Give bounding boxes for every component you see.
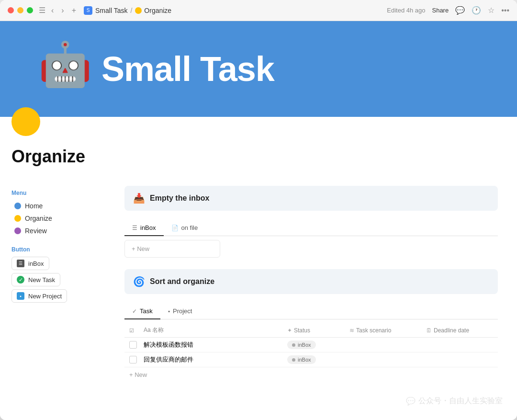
traffic-lights (8, 7, 33, 13)
row2-status-text: inBox (298, 357, 311, 363)
inbox-section-title: Empty the inbox (150, 194, 209, 203)
wechat-icon: 💬 (406, 397, 416, 406)
row1-check[interactable] (129, 341, 144, 349)
close-button[interactable] (8, 7, 14, 13)
page-content: Menu Home Organize Review Button (0, 176, 517, 420)
row2-checkbox[interactable] (129, 356, 137, 363)
inbox-new-button[interactable]: + New (124, 240, 220, 258)
row1-badge-dot (292, 343, 295, 347)
row2-name-text: 回复供应商的邮件 (144, 355, 193, 364)
new-tab-button[interactable]: + (70, 5, 78, 16)
menu-label: Menu (11, 190, 103, 196)
project-tab-icon: ▪ (168, 308, 170, 315)
inbox-tab-icon: ☰ (132, 225, 137, 231)
section-card-inbox: 📥 Empty the inbox (124, 186, 498, 211)
minimize-button[interactable] (17, 7, 23, 13)
page-title: Organize (11, 147, 506, 167)
header-scenario-col: ≋ Task scenario (349, 327, 426, 334)
breadcrumb: S Small Task / Organize (84, 6, 171, 15)
breadcrumb-separator: / (130, 7, 132, 14)
row1-name: 解决模板函数报错 (144, 341, 287, 349)
header-check-col: ☑ (129, 327, 144, 334)
watermark: 💬 公众号・自由人生实验室 (406, 396, 503, 406)
inbox-tab-label: inBox (140, 224, 156, 231)
task-table: ☑ Aa 名称 ✦ Status ≋ (124, 323, 498, 382)
organize-section-icon: 🌀 (133, 276, 145, 287)
sidebar-item-organize[interactable]: Organize (11, 213, 103, 224)
header-name-col: Aa 名称 (144, 326, 287, 334)
section-sort-organize: 🌀 Sort and organize ✓ Task ▪ Project (124, 269, 498, 382)
sidebar: Menu Home Organize Review Button (0, 176, 115, 392)
organize-section-title: Sort and organize (150, 277, 214, 286)
titlebar-right: Edited 4h ago Share 💬 🕐 ☆ ••• (387, 6, 509, 15)
name-header-label: Aa 名称 (144, 326, 164, 334)
header-status-col: ✦ Status (287, 327, 349, 334)
nav-buttons: ‹ › + (49, 5, 78, 16)
more-icon[interactable]: ••• (501, 6, 509, 15)
section-card-organize: 🌀 Sort and organize (124, 269, 498, 294)
row1-status-badge: inBox (287, 341, 316, 349)
sidebar-review-label: Review (25, 227, 47, 235)
check-header-icon: ☑ (129, 328, 134, 333)
table-row: 回复供应商的邮件 inBox (124, 352, 498, 367)
add-new-row[interactable]: + New (124, 367, 498, 382)
titlebar: ☰ ‹ › + S Small Task / Organize Edited 4… (0, 0, 517, 21)
new-project-button[interactable]: ▪ New Project (11, 289, 67, 303)
sidebar-item-review[interactable]: Review (11, 225, 103, 237)
task-tab-icon: ✓ (132, 308, 137, 315)
maximize-button[interactable] (27, 7, 33, 13)
current-page-icon (135, 7, 142, 14)
sidebar-organize-label: Organize (25, 215, 52, 222)
task-tab-label: Task (140, 307, 153, 315)
new-task-button[interactable]: ✓ New Task (11, 273, 60, 286)
breadcrumb-parent[interactable]: Small Task (95, 7, 127, 14)
section-empty-inbox: 📥 Empty the inbox ☰ inBox 📄 on file (124, 186, 498, 258)
header-deadline-col: 🗓 Deadline date (426, 327, 493, 334)
star-icon[interactable]: ☆ (488, 6, 495, 15)
add-new-label: + New (129, 371, 147, 378)
button-label: Button (11, 246, 103, 253)
project-tab-label: Project (173, 307, 192, 315)
edited-text: Edited 4h ago (387, 7, 425, 14)
clock-icon[interactable]: 🕐 (472, 6, 481, 15)
row1-name-text: 解决模板函数报错 (144, 341, 193, 349)
share-button[interactable]: Share (432, 7, 449, 14)
tab-inbox[interactable]: ☰ inBox (124, 220, 164, 236)
tab-project[interactable]: ▪ Project (160, 304, 200, 319)
row1-checkbox[interactable] (129, 341, 137, 349)
scenario-header-icon: ≋ (349, 327, 354, 334)
row1-status: inBox (287, 341, 349, 349)
scenario-header-label: Task scenario (356, 327, 391, 334)
comment-icon[interactable]: 💬 (455, 6, 465, 15)
row2-status-badge: inBox (287, 355, 316, 364)
hamburger-icon[interactable]: ☰ (39, 6, 45, 15)
row2-badge-dot (292, 358, 295, 362)
inbox-button[interactable]: ☰ inBox (11, 257, 49, 270)
page-icon-container (0, 117, 517, 141)
tab-on-file[interactable]: 📄 on file (164, 220, 206, 236)
table-row: 解决模板函数报错 inBox (124, 338, 498, 352)
watermark-text: 公众号・自由人生实验室 (418, 396, 503, 406)
on-file-tab-label: on file (181, 224, 198, 231)
deadline-header-label: Deadline date (434, 327, 469, 334)
review-dot (14, 227, 21, 234)
row2-check[interactable] (129, 356, 144, 363)
sidebar-home-label: Home (25, 202, 43, 210)
breadcrumb-current: Organize (135, 7, 171, 14)
back-button[interactable]: ‹ (49, 5, 56, 16)
breadcrumb-parent-icon: S (84, 6, 92, 15)
sidebar-item-home[interactable]: Home (11, 200, 103, 212)
inbox-section-icon: 📥 (133, 193, 145, 204)
main-content: 📥 Empty the inbox ☰ inBox 📄 on file (115, 176, 517, 392)
new-task-label: New Task (28, 276, 55, 284)
page-icon (11, 107, 40, 136)
inbox-new-label: + New (132, 245, 149, 252)
hero-title: Small Task (101, 49, 274, 89)
check-icon: ✓ (17, 276, 24, 284)
status-header-label: Status (294, 327, 310, 334)
row2-status: inBox (287, 355, 349, 364)
forward-button[interactable]: › (59, 5, 66, 16)
tab-task[interactable]: ✓ Task (124, 304, 160, 319)
new-project-label: New Project (28, 293, 62, 300)
organize-tabs: ✓ Task ▪ Project (124, 304, 498, 319)
